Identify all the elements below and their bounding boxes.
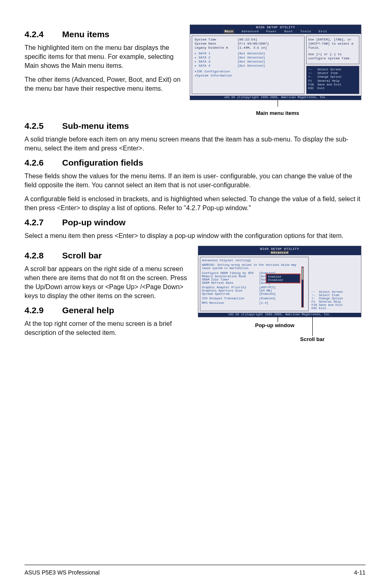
heading-num: 4.2.8 bbox=[25, 251, 62, 260]
bios-help-panel: Use [ENTER], [TAB], or [SHIFT-TAB] to se… bbox=[306, 36, 359, 64]
heading-title: Menu items bbox=[62, 29, 110, 39]
menubar-advanced: Advanced bbox=[270, 251, 289, 254]
para: A configurable field is enclosed in brac… bbox=[25, 195, 365, 213]
heading-428: 4.2.8Scroll bar bbox=[25, 251, 191, 260]
heading-title: General help bbox=[62, 305, 114, 315]
footer-right: 4-11 bbox=[354, 569, 365, 576]
field-value: [06:22:54] bbox=[238, 38, 257, 42]
field-value: [Not Detected] bbox=[238, 56, 265, 60]
callout-line bbox=[278, 316, 278, 322]
footer-left: ASUS P5E3 WS Professional bbox=[25, 569, 100, 576]
submenu-item: ▸ IDE Configuration bbox=[195, 70, 302, 74]
menubar-advanced: Advanced bbox=[242, 29, 259, 34]
heading-num: 4.2.4 bbox=[25, 29, 62, 39]
callout-line bbox=[312, 316, 313, 336]
field-label: ▸ SATA 1 bbox=[195, 52, 238, 56]
bios-main-panel: Advanced Chipset settings WARNING: Setti… bbox=[200, 257, 309, 311]
heading-429: 4.2.9General help bbox=[25, 305, 191, 315]
heading-num: 4.2.9 bbox=[25, 305, 62, 315]
heading-426: 4.2.6Configuration fields bbox=[25, 158, 365, 168]
field-value: [1.4] bbox=[259, 301, 269, 305]
menubar-boot: Boot bbox=[285, 29, 293, 34]
field-value: [Fri 03/09/2007] bbox=[238, 42, 269, 46]
bios-screenshot-main: BIOS SETUP UTILITY Main Advanced Power B… bbox=[190, 25, 361, 100]
menubar-power: Power bbox=[266, 29, 277, 34]
submenu-item: ▸ System Information bbox=[195, 74, 302, 78]
heading-num: 4.2.5 bbox=[25, 121, 62, 131]
menubar-exit: Exit bbox=[318, 29, 327, 34]
field-label: System Date bbox=[195, 42, 238, 46]
para: These fields show the values for the men… bbox=[25, 172, 365, 190]
field-value: [1.44M, 3.5 in] bbox=[238, 46, 267, 50]
field-label: ICH Delayed Transaction bbox=[202, 297, 259, 300]
field-label: System Time bbox=[195, 38, 238, 42]
heading-title: Configuration fields bbox=[62, 158, 143, 167]
field-label: DRAM Idle Timer bbox=[202, 278, 259, 281]
field-label: Graphics Aperture Size bbox=[202, 289, 259, 292]
field-label: Legacy Diskette A bbox=[195, 46, 238, 50]
bios-title: BIOS SETUP UTILITY bbox=[256, 25, 295, 29]
figure-label-scrollbar: Scroll bar bbox=[300, 336, 325, 342]
field-value: [AGP/PCI] bbox=[259, 286, 276, 289]
heading-title: Scroll bar bbox=[62, 251, 102, 260]
bios-menubar: Main Advanced Power Boot Tools Exit bbox=[224, 29, 327, 34]
heading-title: Pop-up window bbox=[62, 218, 126, 227]
field-value: [Enabled] bbox=[259, 292, 276, 296]
para: A scroll bar appears on the right side o… bbox=[25, 265, 191, 301]
field-label: ▸ SATA 2 bbox=[195, 56, 238, 60]
heading-num: 4.2.6 bbox=[25, 158, 62, 168]
bios-footer: v02.58 (C)Copyright 1985-2006, American … bbox=[198, 313, 361, 317]
field-value: [64 MB] bbox=[259, 289, 272, 292]
warning-text: WARNING: Setting wrong values in the sec… bbox=[202, 263, 307, 270]
bios-footer: v02.58 (C)Copyright 1985-2006, American … bbox=[190, 96, 361, 100]
field-label: DRAM Refresh Rate bbox=[202, 281, 259, 285]
scrollbar bbox=[301, 267, 304, 307]
menubar-main: Main bbox=[224, 29, 234, 34]
panel-title: Advanced Chipset settings bbox=[202, 258, 307, 262]
menubar-tools: Tools bbox=[300, 29, 312, 34]
field-value: [Not Detected] bbox=[238, 60, 265, 64]
heading-424: 4.2.4Menu items bbox=[25, 29, 182, 39]
popup-window: Enabled Disabled bbox=[266, 274, 300, 283]
bios-screenshot-popup: BIOS SETUP UTILITY Advanced Advanced Chi… bbox=[198, 246, 361, 317]
field-value: [Not Detected] bbox=[238, 52, 265, 56]
field-label: Graphic Adapter Priority bbox=[202, 286, 259, 289]
help-text: Use [ENTER], [TAB], or [SHIFT-TAB] to se… bbox=[308, 38, 357, 50]
field-label: ▸ SATA 3 bbox=[195, 60, 238, 64]
para: A solid triangle before each item on any… bbox=[25, 135, 365, 153]
bios-keys-panel: ←→ Select Screen ↑↓ Select Item +- Chang… bbox=[306, 66, 359, 94]
heading-title: Sub-menu items bbox=[62, 121, 129, 130]
page-footer: ASUS P5E3 WS Professional 4-11 bbox=[25, 565, 365, 576]
field-label: MPS Revision bbox=[202, 301, 259, 305]
para: The other items (Advanced, Power, Boot, … bbox=[25, 75, 182, 93]
bios-keys-panel: ←→ Select Screen ↑↓ Select Item +- Chang… bbox=[310, 289, 359, 311]
figure-label-popup: Pop-up window bbox=[255, 322, 294, 328]
para: The highlighted item on the menu bar dis… bbox=[25, 43, 182, 70]
heading-num: 4.2.7 bbox=[25, 218, 62, 227]
bios-title: BIOS SETUP UTILITY bbox=[260, 247, 299, 251]
field-label: ▸ SATA 4 bbox=[195, 64, 238, 68]
heading-425: 4.2.5Sub-menu items bbox=[25, 121, 365, 131]
heading-427: 4.2.7Pop-up window bbox=[25, 218, 365, 227]
callout-line bbox=[278, 100, 278, 107]
field-label: Spread Spectrum bbox=[202, 292, 259, 296]
scrollbar-thumb bbox=[302, 267, 303, 280]
field-value: [Enabled] bbox=[259, 297, 276, 300]
field-label: Configure DRAM Timing by SPD bbox=[202, 272, 259, 275]
figure-caption: Main menu items bbox=[190, 110, 365, 116]
para: At the top right corner of the menu scre… bbox=[25, 319, 191, 337]
para: Select a menu item then press <Enter> to… bbox=[25, 231, 365, 240]
field-label: Memory Acceleration Mode bbox=[202, 275, 259, 278]
field-value: [Not Detected] bbox=[238, 64, 265, 68]
help-text: Use [+] or [-] to configure system Time. bbox=[308, 52, 357, 61]
bios-main-panel: System Time[06:22:54] System Date[Fri 03… bbox=[192, 36, 305, 94]
